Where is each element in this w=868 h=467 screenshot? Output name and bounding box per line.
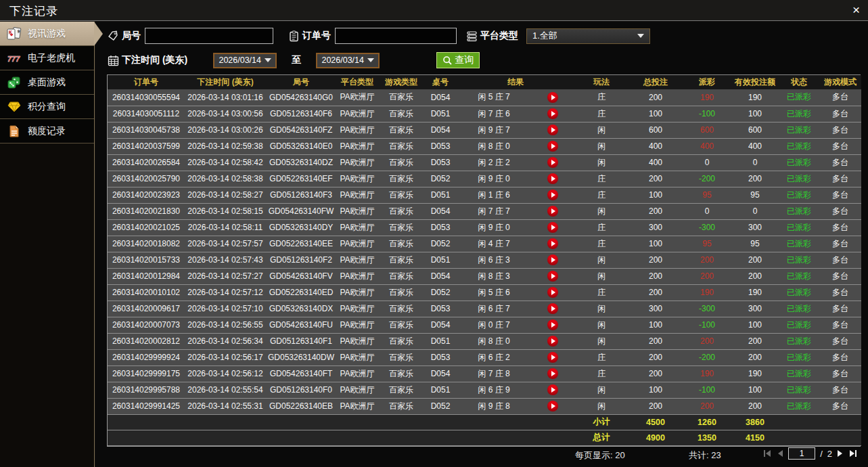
play-result-icon[interactable]: [547, 303, 558, 314]
total-bet-cell: 200: [629, 349, 683, 365]
first-page-icon[interactable]: [762, 449, 772, 458]
result-cell: 闲 5 庄 7: [457, 89, 531, 106]
replay-cell: [531, 317, 574, 333]
next-page-icon[interactable]: [837, 449, 844, 458]
table-number-cell: D052: [424, 236, 457, 252]
play-result-icon[interactable]: [547, 319, 558, 330]
game-type-cell: 百家乐: [378, 187, 424, 203]
bet-time-cell: 2026-03-14 02:56:17: [185, 349, 266, 365]
play-result-icon[interactable]: [547, 352, 558, 363]
status-cell: 已派彩: [779, 219, 819, 236]
round-number-cell: GD052263140ED: [266, 284, 336, 301]
game-mode-cell: 多台: [819, 89, 861, 106]
payout-cell: 200: [683, 268, 731, 284]
status-cell: 已派彩: [779, 284, 819, 301]
play-result-icon[interactable]: [547, 190, 558, 200]
column-header: 下注时间 (美东): [185, 75, 266, 89]
game-type-cell: 百家乐: [378, 365, 424, 382]
play-result-icon[interactable]: [547, 206, 558, 217]
table-row: 2603140200101022026-03-14 02:57:12GD0522…: [108, 284, 861, 301]
round-number-input[interactable]: [145, 28, 273, 44]
table-row: 2603140300511122026-03-14 03:00:56GD0512…: [108, 106, 861, 122]
bet-time-cell: 2026-03-14 03:00:26: [185, 122, 266, 138]
column-header: 订单号: [108, 75, 185, 89]
status-cell: 已派彩: [779, 398, 819, 414]
sidebar-item-video-games[interactable]: 9 K 视讯游戏: [0, 22, 94, 46]
play-result-icon[interactable]: [547, 384, 558, 395]
prev-page-icon[interactable]: [777, 449, 783, 458]
bet-time-cell: 2026-03-14 03:01:16: [185, 89, 266, 106]
platform-cell: PA欧洲厅: [336, 301, 378, 317]
play-result-icon[interactable]: [547, 368, 558, 379]
total-bet-cell: 200: [629, 203, 683, 219]
payout-cell: 95: [683, 187, 731, 203]
order-number-input[interactable]: [335, 28, 457, 44]
total-bet-cell: 100: [629, 187, 683, 203]
valid-bet-cell: 95: [731, 236, 779, 252]
column-header: 游戏模式: [819, 75, 861, 89]
total-row: 总计 4900 1350 4150: [108, 430, 861, 445]
page-input[interactable]: [788, 447, 815, 460]
round-number-cell: GD051263140F0: [266, 382, 336, 398]
table-number-cell: D052: [424, 398, 457, 414]
query-button[interactable]: 查询: [436, 52, 480, 68]
page-separator: /: [820, 449, 823, 459]
play-result-icon[interactable]: [547, 92, 558, 103]
calendar-icon: [108, 55, 119, 66]
order-id-cell: 260314029995788: [108, 382, 185, 398]
play-result-icon[interactable]: [547, 336, 558, 347]
play-result-icon[interactable]: [547, 141, 558, 152]
game-type-cell: 百家乐: [378, 236, 424, 252]
play-result-icon[interactable]: [547, 222, 558, 233]
play-result-icon[interactable]: [547, 271, 558, 282]
play-result-icon[interactable]: [547, 287, 558, 298]
order-id-cell: 260314029999175: [108, 365, 185, 382]
sidebar-item-credit-records[interactable]: 额度记录: [0, 119, 94, 143]
status-cell: 已派彩: [779, 317, 819, 333]
order-id-cell: 260314020021025: [108, 219, 185, 236]
date-from-picker[interactable]: 2026/03/14: [213, 53, 277, 68]
round-number-cell: GD051263140F3: [266, 187, 336, 203]
table-games-icon: [7, 76, 22, 89]
sidebar-item-label: 电子老虎机: [28, 52, 75, 64]
column-header: 状态: [779, 75, 819, 89]
play-result-icon[interactable]: [547, 401, 558, 412]
play-result-icon[interactable]: [547, 157, 558, 168]
play-type-cell: 闲: [574, 301, 629, 317]
sidebar-item-points[interactable]: 积分查询: [0, 95, 94, 119]
total-bet-cell: 100: [629, 382, 683, 398]
last-page-icon[interactable]: [848, 449, 858, 458]
play-type-cell: 庄: [574, 349, 629, 365]
game-type-cell: 百家乐: [378, 268, 424, 284]
close-icon[interactable]: ×: [852, 2, 860, 18]
bet-time-cell: 2026-03-14 02:56:12: [185, 365, 266, 382]
play-result-icon[interactable]: [547, 125, 558, 135]
bet-time-cell: 2026-03-14 02:56:34: [185, 333, 266, 349]
total-bet-cell: 200: [629, 252, 683, 268]
result-cell: 闲 8 庄 3: [457, 268, 531, 284]
total-payout: 1350: [683, 430, 731, 445]
table-row: 2603140200028122026-03-14 02:56:34GD0512…: [108, 333, 861, 349]
platform-type-select[interactable]: 1.全部: [526, 28, 650, 44]
date-to-picker[interactable]: 2026/03/14: [316, 53, 380, 68]
total-label: 总计: [574, 430, 629, 445]
table-number-cell: D052: [424, 171, 457, 187]
status-cell: 已派彩: [779, 106, 819, 122]
round-number-cell: GD053263140DZ: [266, 154, 336, 171]
game-mode-cell: 多台: [819, 171, 861, 187]
bet-time-cell: 2026-03-14 03:00:56: [185, 106, 266, 122]
valid-bet-cell: 100: [731, 317, 779, 333]
play-result-icon[interactable]: [547, 173, 558, 184]
game-type-cell: 百家乐: [378, 89, 424, 106]
order-id-cell: 260314020007073: [108, 317, 185, 333]
result-cell: 闲 6 庄 2: [457, 349, 531, 365]
play-type-cell: 闲: [574, 154, 629, 171]
play-type-cell: 闲: [574, 317, 629, 333]
sidebar-item-slots[interactable]: 777 电子老虎机: [0, 46, 94, 70]
platform-cell: PA欧洲厅: [336, 252, 378, 268]
play-result-icon[interactable]: [547, 254, 558, 265]
game-mode-cell: 多台: [819, 236, 861, 252]
play-result-icon[interactable]: [547, 238, 558, 249]
sidebar-item-table-games[interactable]: 桌面游戏: [0, 70, 94, 95]
play-result-icon[interactable]: [547, 108, 558, 119]
